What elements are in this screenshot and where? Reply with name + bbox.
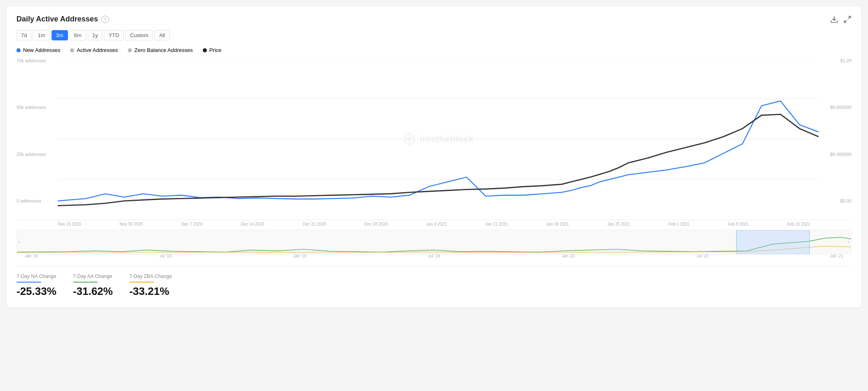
x-axis-label: Jan 25 2021	[608, 222, 630, 226]
scroll-left-arrow[interactable]: ‹	[19, 239, 20, 245]
x-axis-label: Dec 21 2020	[303, 222, 326, 226]
legend-item: New Addresses	[16, 47, 60, 53]
y-axis-right-label: $1.20	[840, 58, 852, 63]
x-axis-label: Dec 14 2020	[241, 222, 264, 226]
legend-label: Price	[209, 47, 222, 53]
metric-block: 7-Day NA Change -25.33%	[16, 273, 56, 298]
x-axis-labels: Nov 23 2020Nov 30 2020Dec 7 2020Dec 14 2…	[58, 222, 810, 226]
metric-label: 7-Day NA Change	[16, 273, 56, 279]
download-button[interactable]	[830, 15, 838, 24]
legend-label: Active Addresses	[77, 47, 118, 53]
metric-block: 7-Day ZBA Change -33.21%	[129, 273, 172, 298]
metric-value: -25.33%	[16, 285, 56, 298]
metric-line	[16, 282, 41, 283]
x-axis-label: Feb 1 2021	[669, 222, 690, 226]
x-axis-label: Dec 28 2020	[364, 222, 388, 226]
time-btn-custom[interactable]: Custom	[125, 30, 153, 40]
metric-line	[129, 282, 154, 283]
time-filter-group: 7d1m3m6m1yYTDCustomAll	[16, 30, 852, 40]
y-axis-left-label: 75k addresses	[16, 58, 46, 63]
y-axis-right: $1.20$0.800000$0.400000$0.00	[830, 58, 852, 203]
time-btn-ytd[interactable]: YTD	[104, 30, 124, 40]
legend-item: Active Addresses	[70, 47, 118, 53]
y-axis-right-label: $0.400000	[830, 152, 852, 157]
x-axis-label: Nov 30 2020	[120, 222, 143, 226]
y-axis-left-label: 0 addresses	[16, 198, 46, 203]
metrics-row: 7-Day NA Change -25.33% 7-Day AA Change …	[16, 266, 852, 298]
time-btn-all[interactable]: All	[155, 30, 169, 40]
metric-label: 7-Day AA Change	[73, 273, 113, 279]
legend-dot	[70, 48, 74, 52]
legend-item: Zero Balance Addresses	[128, 47, 193, 53]
metric-value: -31.62%	[73, 285, 113, 298]
metric-value: -33.21%	[129, 285, 172, 298]
legend-dot	[203, 48, 207, 52]
chart-legend: New AddressesActive AddressesZero Balanc…	[16, 47, 852, 53]
svg-rect-13	[737, 230, 809, 254]
help-icon[interactable]: ?	[101, 16, 109, 23]
x-axis-label: Feb 15 2021	[787, 222, 810, 226]
metric-label: 7-Day ZBA Change	[129, 273, 172, 279]
page-title: Daily Active Addresses	[16, 15, 98, 24]
time-btn-7d[interactable]: 7d	[16, 30, 31, 40]
expand-button[interactable]	[843, 15, 852, 24]
mini-chart[interactable]: ‹ ›	[16, 230, 852, 254]
svg-line-2	[845, 20, 847, 22]
x-axis-label: Jan 18 2021	[546, 222, 569, 226]
y-axis-left: 75k addresses50k addresses25k addresses0…	[16, 58, 46, 203]
time-btn-6m[interactable]: 6m	[70, 30, 86, 40]
time-btn-1m[interactable]: 1m	[33, 30, 49, 40]
time-btn-1y[interactable]: 1y	[88, 30, 103, 40]
y-axis-right-label: $0.00	[840, 198, 852, 203]
x-axis-label: Jan 11 2021	[485, 222, 508, 226]
legend-item: Price	[203, 47, 222, 53]
y-axis-left-label: 50k addresses	[16, 105, 46, 110]
legend-dot	[16, 48, 21, 52]
x-axis-label: Dec 7 2020	[181, 222, 202, 226]
legend-label: Zero Balance Addresses	[134, 47, 193, 53]
legend-label: New Addresses	[23, 47, 60, 53]
main-chart-area: 75k addresses50k addresses25k addresses0…	[16, 58, 852, 220]
x-axis-label: Feb 8 2021	[728, 222, 749, 226]
y-axis-right-label: $0.800000	[830, 105, 852, 110]
legend-dot	[128, 48, 132, 52]
y-axis-left-label: 25k addresses	[16, 152, 46, 157]
x-axis-label: Jan 4 2021	[426, 222, 447, 226]
time-btn-3m[interactable]: 3m	[52, 30, 68, 40]
metric-line	[73, 282, 98, 283]
metric-block: 7-Day AA Change -31.62%	[73, 273, 113, 298]
svg-line-1	[848, 16, 851, 19]
x-axis-label: Nov 23 2020	[58, 222, 81, 226]
scroll-right-arrow[interactable]: ›	[848, 239, 849, 245]
